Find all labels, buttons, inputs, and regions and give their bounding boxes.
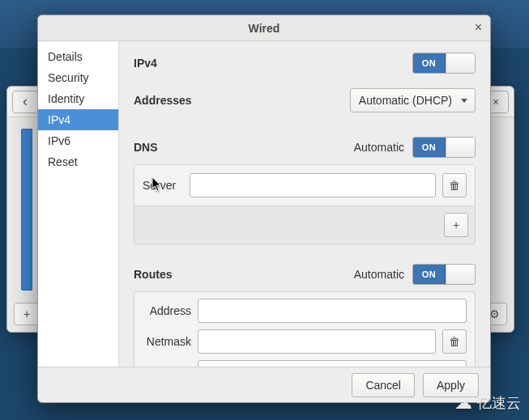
trash-icon: 🗑 <box>449 179 460 192</box>
toggle-knob <box>446 265 475 284</box>
watermark-text: 亿速云 <box>477 393 521 413</box>
chevron-left-icon: ‹ <box>23 93 28 110</box>
route-netmask-input[interactable] <box>198 329 436 354</box>
sidebar-item-ipv6[interactable]: IPv6 <box>38 130 118 151</box>
ipv4-heading: IPv4 <box>134 57 157 70</box>
toggle-knob <box>446 53 475 73</box>
route-address-label: Address <box>143 304 191 317</box>
sidebar-item-security[interactable]: Security <box>38 67 118 88</box>
cloud-icon: ☁ <box>454 392 472 414</box>
toggle-knob <box>446 138 475 157</box>
addresses-mode-select[interactable]: Automatic (DHCP) <box>350 88 476 112</box>
toggle-on-label: ON <box>413 53 446 73</box>
dns-add-button[interactable]: + <box>444 213 468 237</box>
back-button[interactable]: ‹ <box>12 91 38 113</box>
dialog-close-button[interactable]: × <box>475 20 482 35</box>
routes-heading: Routes <box>134 268 172 281</box>
route-netmask-label: Netmask <box>143 335 191 348</box>
sidebar-item-ipv4[interactable]: IPv4 <box>38 109 118 130</box>
add-item-button[interactable]: + <box>14 303 40 325</box>
toggle-on-label: ON <box>413 138 446 157</box>
trash-icon: 🗑 <box>449 335 460 348</box>
background-side-selection <box>21 129 32 291</box>
dns-automatic-toggle[interactable]: ON <box>412 137 476 158</box>
cancel-button[interactable]: Cancel <box>352 373 415 397</box>
plus-icon: + <box>23 308 30 320</box>
sidebar-item-reset[interactable]: Reset <box>38 151 118 172</box>
ipv4-toggle[interactable]: ON <box>412 53 476 74</box>
toggle-on-label: ON <box>413 265 446 284</box>
route-delete-button[interactable]: 🗑 <box>442 329 467 354</box>
dns-automatic-label: Automatic <box>354 141 404 154</box>
dialog-titlebar: Wired × <box>38 15 490 41</box>
chevron-down-icon <box>461 99 467 103</box>
dialog-title: Wired <box>249 22 280 35</box>
dns-server-input[interactable] <box>190 173 436 197</box>
content-pane: IPv4 ON Addresses Automatic (DHCP) DNS A… <box>119 41 490 367</box>
dns-delete-button[interactable]: 🗑 <box>442 173 467 197</box>
dns-server-label: Server <box>143 179 183 192</box>
plus-icon: + <box>453 218 459 231</box>
addresses-label: Addresses <box>134 94 192 107</box>
route-gateway-input[interactable] <box>198 360 467 367</box>
watermark: ☁ 亿速云 <box>454 392 521 414</box>
dns-panel: Server 🗑 + <box>134 164 476 244</box>
settings-sidebar: Details Security Identity IPv4 IPv6 Rese… <box>38 41 119 367</box>
routes-panel: Address Netmask 🗑 Gateway <box>134 291 476 367</box>
routes-automatic-toggle[interactable]: ON <box>412 264 476 285</box>
dialog-footer: Cancel Apply <box>38 367 490 402</box>
close-icon: × <box>493 95 499 108</box>
route-address-input[interactable] <box>198 299 467 323</box>
addresses-mode-value: Automatic (DHCP) <box>359 94 452 107</box>
dns-heading: DNS <box>134 141 158 154</box>
sidebar-item-identity[interactable]: Identity <box>38 88 118 109</box>
routes-automatic-label: Automatic <box>354 268 404 281</box>
sidebar-item-details[interactable]: Details <box>38 46 118 67</box>
connection-dialog: Wired × Details Security Identity IPv4 I… <box>37 15 491 403</box>
